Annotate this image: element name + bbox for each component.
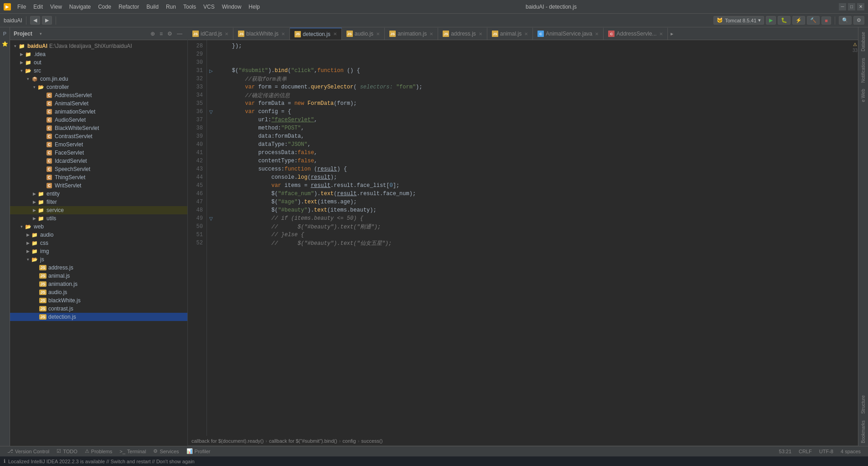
list-item[interactable]: JS contrast.js bbox=[10, 305, 187, 313]
menu-tools[interactable]: Tools bbox=[180, 0, 200, 14]
list-item[interactable]: ▾ 📦 com.jin.edu bbox=[10, 75, 187, 83]
tree-locate-icon[interactable]: ⊕ bbox=[149, 30, 156, 38]
breadcrumb-item-4[interactable]: success() bbox=[361, 438, 382, 444]
menu-run[interactable]: Run bbox=[162, 0, 180, 14]
database-panel-label[interactable]: Database bbox=[860, 29, 867, 54]
list-item[interactable]: C BlackWhiteServlet bbox=[10, 124, 187, 132]
build-button[interactable]: 🔨 bbox=[807, 16, 820, 25]
tree-settings-icon[interactable]: ⚙ bbox=[166, 30, 174, 38]
bookmarks-panel-label[interactable]: Bookmarks bbox=[860, 418, 867, 446]
menu-refactor[interactable]: Refactor bbox=[115, 0, 143, 14]
list-item[interactable]: JS animation.js bbox=[10, 280, 187, 288]
structure-panel-label[interactable]: Structure bbox=[860, 393, 867, 417]
list-item[interactable]: JS address.js bbox=[10, 264, 187, 272]
tab-more[interactable]: ▸ bbox=[668, 28, 676, 40]
tab-audio[interactable]: JS audio.js ✕ bbox=[342, 28, 385, 40]
tab-detection[interactable]: JS detection.js ✕ bbox=[290, 28, 342, 40]
navigate-back-button[interactable]: ◀ bbox=[30, 16, 40, 25]
project-icon[interactable]: P bbox=[0, 29, 10, 38]
code-content[interactable]: }); $("#submit").bind("click",function (… bbox=[215, 40, 852, 436]
menu-edit[interactable]: Edit bbox=[30, 0, 46, 14]
version-control-button[interactable]: ⎇ Version Control bbox=[4, 446, 53, 456]
list-item[interactable]: C AddressServlet bbox=[10, 91, 187, 99]
list-item[interactable]: ▾ 📂 js bbox=[10, 255, 187, 264]
list-item[interactable]: JS audio.js bbox=[10, 288, 187, 296]
tree-root[interactable]: ▾ 📁 baiduAI E:\Java Idea\java_ShiXun\bai… bbox=[10, 42, 187, 50]
list-item[interactable]: ▶ 📁 utils bbox=[10, 214, 187, 223]
list-item[interactable]: ▶ 📁 entity bbox=[10, 190, 187, 198]
list-item[interactable]: C SpeechServlet bbox=[10, 165, 187, 173]
tab-close-icon[interactable]: ✕ bbox=[524, 31, 528, 36]
web-panel-label[interactable]: e Web bbox=[860, 86, 867, 105]
tree-dropdown-icon[interactable]: ▾ bbox=[38, 31, 44, 36]
list-item[interactable]: C FaceServlet bbox=[10, 149, 187, 157]
tab-close-icon[interactable]: ✕ bbox=[479, 31, 482, 36]
list-item[interactable]: ▾ 📂 web bbox=[10, 223, 187, 231]
tab-close-icon[interactable]: ✕ bbox=[333, 31, 337, 36]
tab-blackwhite[interactable]: JS blackWhite.js ✕ bbox=[233, 28, 290, 40]
menu-vcs[interactable]: VCS bbox=[200, 0, 218, 14]
list-item[interactable]: ▶ 📁 css bbox=[10, 239, 187, 247]
coverage-button[interactable]: ⚡ bbox=[792, 16, 805, 25]
menu-navigate[interactable]: Navigate bbox=[66, 0, 94, 14]
list-item[interactable]: ▶ 📁 service bbox=[10, 206, 187, 214]
list-item[interactable]: JS animal.js bbox=[10, 272, 187, 280]
tab-idcard[interactable]: JS idCard.js ✕ bbox=[188, 28, 233, 40]
tab-address[interactable]: JS address.js ✕ bbox=[438, 28, 487, 40]
debug-button[interactable]: 🐛 bbox=[778, 16, 790, 25]
list-item[interactable]: C EmoServlet bbox=[10, 140, 187, 149]
indent[interactable]: 4 spaces bbox=[837, 446, 864, 456]
notifications-panel-label[interactable]: Notifications bbox=[860, 55, 867, 85]
profiler-button[interactable]: 📊 Profiler bbox=[183, 446, 214, 456]
search-everywhere-button[interactable]: 🔍 bbox=[839, 16, 852, 25]
list-item[interactable]: JS detection.js bbox=[10, 313, 187, 321]
navigate-forward-button[interactable]: ▶ bbox=[42, 16, 52, 25]
tab-animalservice[interactable]: C AnimalService.java ✕ bbox=[533, 28, 604, 40]
menu-build[interactable]: Build bbox=[143, 0, 162, 14]
terminal-button[interactable]: >_ Terminal bbox=[116, 446, 150, 456]
services-button[interactable]: ⚙ Services bbox=[150, 446, 182, 456]
minimize-button[interactable]: ─ bbox=[839, 3, 846, 10]
tab-animation[interactable]: JS animation.js ✕ bbox=[385, 28, 438, 40]
breadcrumb-item-3[interactable]: config bbox=[342, 438, 356, 444]
tree-collapse-icon[interactable]: ≡ bbox=[158, 30, 164, 38]
tab-addressservlet[interactable]: C AddressServle... ✕ bbox=[604, 28, 668, 40]
list-item[interactable]: C ThingServlet bbox=[10, 173, 187, 181]
maximize-button[interactable]: □ bbox=[848, 3, 855, 10]
menu-file[interactable]: File bbox=[14, 0, 30, 14]
bookmark-icon[interactable]: ⭐ bbox=[0, 39, 10, 48]
list-item[interactable]: C AnimalServlet bbox=[10, 99, 187, 108]
list-item[interactable]: ▶ 📁 .idea bbox=[10, 50, 187, 58]
encoding[interactable]: UTF-8 bbox=[816, 446, 837, 456]
tab-close-icon[interactable]: ✕ bbox=[429, 31, 433, 36]
tree-close-icon[interactable]: — bbox=[176, 30, 184, 38]
list-item[interactable]: C WritServlet bbox=[10, 181, 187, 190]
menu-code[interactable]: Code bbox=[94, 0, 115, 14]
menu-view[interactable]: View bbox=[46, 0, 66, 14]
list-item[interactable]: ▶ 📁 out bbox=[10, 58, 187, 67]
tab-close-icon[interactable]: ✕ bbox=[225, 31, 228, 36]
breadcrumb-item-1[interactable]: callback for $(document).ready() bbox=[191, 438, 264, 444]
line-ending[interactable]: CRLF bbox=[795, 446, 816, 456]
tab-close-icon[interactable]: ✕ bbox=[659, 31, 663, 36]
tab-animal[interactable]: JS animal.js ✕ bbox=[487, 28, 533, 40]
breadcrumb-item-2[interactable]: callback for $("#submit").bind() bbox=[269, 438, 337, 444]
todo-button[interactable]: ☑ TODO bbox=[53, 446, 81, 456]
list-item[interactable]: C animationServlet bbox=[10, 108, 187, 116]
list-item[interactable]: JS blackWhite.js bbox=[10, 296, 187, 305]
list-item[interactable]: C IdcardServlet bbox=[10, 157, 187, 165]
menu-window[interactable]: Window bbox=[218, 0, 245, 14]
tomcat-config-button[interactable]: 🐱 Tomcat 8.5.41 ▾ bbox=[713, 16, 764, 25]
tab-close-icon[interactable]: ✕ bbox=[595, 31, 599, 36]
problems-button[interactable]: ⚠ Problems bbox=[81, 446, 116, 456]
list-item[interactable]: ▶ 📁 filter bbox=[10, 198, 187, 206]
code-editor[interactable]: 28 29 30 31 32 33 34 35 36 37 38 39 40 4… bbox=[188, 40, 858, 436]
list-item[interactable]: ▾ 📂 src bbox=[10, 67, 187, 75]
list-item[interactable]: ▾ 📂 controller bbox=[10, 83, 187, 91]
run-button[interactable]: ▶ bbox=[766, 16, 776, 25]
list-item[interactable]: C AudioServlet bbox=[10, 116, 187, 124]
tab-close-icon[interactable]: ✕ bbox=[376, 31, 380, 36]
close-button[interactable]: ✕ bbox=[857, 3, 864, 10]
tab-close-icon[interactable]: ✕ bbox=[281, 31, 285, 36]
settings-button[interactable]: ⚙ bbox=[853, 16, 864, 25]
